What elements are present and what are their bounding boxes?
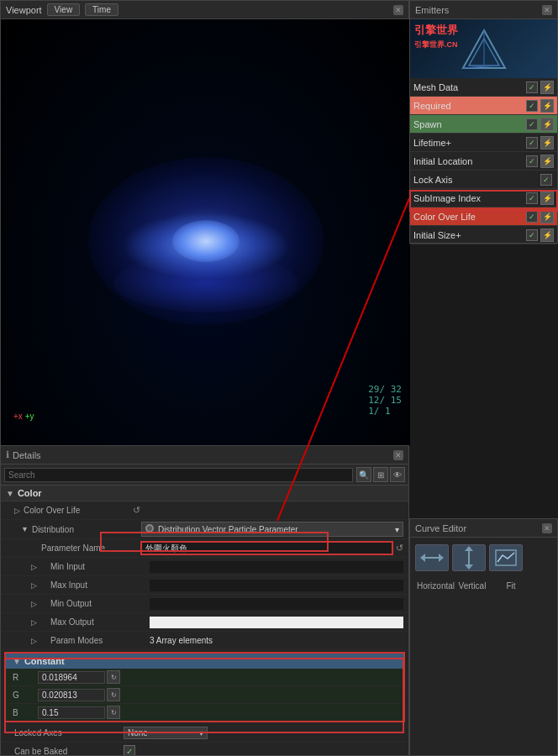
emitter-check-color-over-life[interactable]: ✓ <box>526 211 538 223</box>
color-section-arrow: ▼ <box>6 489 14 498</box>
emitter-icon-initial-location[interactable]: ⚡ <box>540 155 554 168</box>
emitter-row-initial-location[interactable]: Initial Location ✓ ⚡ <box>410 152 557 171</box>
flame-canvas <box>1 19 410 446</box>
emitter-check-required[interactable]: ✓ <box>526 100 538 112</box>
viewport-titlebar: Viewport View Time ✕ <box>1 1 408 19</box>
filter-icon[interactable]: 👁 <box>390 467 405 482</box>
b-input[interactable] <box>38 706 105 719</box>
emitter-row-lifetime[interactable]: Lifetime+ ✓ ⚡ <box>410 134 557 152</box>
emitter-icon-mesh-data[interactable]: ⚡ <box>540 81 554 94</box>
min-output-label: Min Output <box>40 599 150 608</box>
distribution-dropdown[interactable]: Distribution Vector Particle Parameter ▾ <box>141 522 403 537</box>
distribution-value: Distribution Vector Particle Parameter <box>158 525 395 534</box>
details-panel: ℹ Details ✕ 🔍 ⊞ 👁 ▼ Color ▷ Color Over L… <box>0 445 409 756</box>
can-be-baked-label: Can be Baked <box>14 747 124 756</box>
emitter-check-spawn[interactable]: ✓ <box>526 118 538 130</box>
fit-button[interactable] <box>489 544 523 571</box>
viewport-panel: Viewport View Time ✕ 29/ 32 12/ 15 1/ 1 … <box>0 0 409 445</box>
max-input-arrow[interactable]: ▷ <box>31 581 37 590</box>
color-over-life-reset-icon[interactable]: ↺ <box>133 505 140 516</box>
distribution-arrow[interactable]: ▼ <box>21 525 29 533</box>
param-modes-label: Param Modes <box>40 636 150 645</box>
emitter-label-color-over-life: Color Over Life <box>413 212 526 222</box>
param-modes-row: ▷ Param Modes 3 Array elements <box>1 632 408 650</box>
locked-axes-value: None <box>128 728 148 738</box>
min-input-color-bar[interactable] <box>150 561 403 573</box>
constant-section-header[interactable]: ▼ Constant <box>6 654 403 669</box>
viewport-content: 29/ 32 12/ 15 1/ 1 +x +y <box>1 19 410 446</box>
emitter-check-initial-location[interactable]: ✓ <box>526 155 538 167</box>
emitters-close-icon[interactable]: ✕ <box>542 5 552 15</box>
max-output-color-bar[interactable] <box>150 617 403 628</box>
emitter-icon-required[interactable]: ⚡ <box>540 99 554 113</box>
emitter-icon-color-over-life[interactable]: ⚡ <box>540 210 554 223</box>
emitter-label-lifetime: Lifetime+ <box>413 138 526 148</box>
locked-axes-dropdown[interactable]: None ▾ <box>124 727 208 739</box>
param-name-input-group: ↺ <box>140 541 403 555</box>
b-row: B ↻ <box>6 704 403 721</box>
min-input-arrow[interactable]: ▷ <box>31 563 37 571</box>
details-close-icon[interactable]: ✕ <box>393 450 403 460</box>
min-input-label: Min Input <box>40 562 150 571</box>
r-spin-icon[interactable]: ↻ <box>107 670 120 684</box>
can-be-baked-checkbox[interactable]: ✓ <box>124 745 135 756</box>
grid-view-icon[interactable]: ⊞ <box>373 467 388 482</box>
g-label: G <box>13 690 38 700</box>
emitter-icon-initial-size[interactable]: ⚡ <box>540 228 554 242</box>
emitter-check-lifetime[interactable]: ✓ <box>526 137 538 149</box>
color-section-header[interactable]: ▼ Color <box>1 486 408 501</box>
color-over-life-arrow[interactable]: ▷ <box>14 507 20 515</box>
vertical-button[interactable] <box>452 544 486 571</box>
emitter-row-spawn[interactable]: Spawn ✓ ⚡ <box>410 115 557 134</box>
min-output-arrow[interactable]: ▷ <box>31 600 37 608</box>
r-label: R <box>13 673 38 682</box>
g-spin-icon[interactable]: ↻ <box>107 688 120 701</box>
b-label: B <box>13 708 38 717</box>
time-button[interactable]: Time <box>85 3 118 16</box>
emitter-icon-lifetime[interactable]: ⚡ <box>540 136 554 150</box>
curve-titlebar: Curve Editor ✕ <box>410 519 557 538</box>
curve-editor-close-icon[interactable]: ✕ <box>542 523 552 533</box>
emitter-icon-subimage[interactable]: ⚡ <box>540 192 554 205</box>
emitter-label-subimage: SubImage Index <box>413 193 526 203</box>
logo-area: 引擎世界 引擎世界.CN <box>410 19 557 78</box>
view-button[interactable]: View <box>47 3 81 16</box>
details-title: Details <box>13 450 41 460</box>
max-output-arrow[interactable]: ▷ <box>31 618 37 627</box>
color-over-life-row: ▷ Color Over Life ↺ <box>1 501 408 520</box>
svg-marker-5 <box>439 554 444 562</box>
search-input[interactable] <box>4 468 353 482</box>
search-icon[interactable]: 🔍 <box>356 467 371 482</box>
vp-coords: 29/ 32 12/ 15 1/ 1 <box>368 384 402 417</box>
emitter-row-lock-axis[interactable]: Lock Axis ✓ <box>410 171 557 189</box>
max-input-color-bar[interactable] <box>150 580 403 591</box>
emitter-check-initial-size[interactable]: ✓ <box>526 229 538 241</box>
min-output-row: ▷ Min Output <box>1 595 408 613</box>
fit-label: Fit <box>494 581 528 591</box>
emitter-row-mesh-data[interactable]: Mesh Data ✓ ⚡ <box>410 78 557 97</box>
emitter-check-lock-axis[interactable]: ✓ <box>540 174 552 186</box>
distribution-label: Distribution <box>32 525 141 534</box>
param-modes-arrow[interactable]: ▷ <box>31 637 37 645</box>
b-spin-icon[interactable]: ↻ <box>107 706 120 719</box>
emitter-check-subimage[interactable]: ✓ <box>526 192 538 204</box>
min-input-row: ▷ Min Input <box>1 558 408 576</box>
emitter-icon-spawn[interactable]: ⚡ <box>540 118 554 131</box>
min-output-color-bar[interactable] <box>150 598 403 610</box>
emitters-titlebar: Emitters ✕ <box>410 1 557 19</box>
viewport-close-icon[interactable]: ✕ <box>393 5 403 15</box>
emitter-row-required[interactable]: Required ✓ ⚡ <box>410 97 557 115</box>
emitter-label-initial-size: Initial Size+ <box>413 230 526 240</box>
emitter-row-initial-size[interactable]: Initial Size+ ✓ ⚡ <box>410 226 557 244</box>
horizontal-button[interactable] <box>415 544 449 571</box>
color-over-life-label: Color Over Life <box>24 506 133 515</box>
emitter-check-mesh-data[interactable]: ✓ <box>526 81 538 93</box>
axis-y: +y <box>25 412 34 421</box>
emitter-row-subimage[interactable]: SubImage Index ✓ ⚡ <box>410 189 557 207</box>
g-input[interactable] <box>38 689 105 701</box>
emitter-row-color-over-life[interactable]: Color Over Life ✓ ⚡ <box>410 207 557 226</box>
curve-editor: Curve Editor ✕ Horizontal Vertic <box>409 518 558 756</box>
r-input[interactable] <box>38 671 105 684</box>
param-name-field[interactable] <box>140 541 393 555</box>
param-name-reset-icon[interactable]: ↺ <box>396 543 403 554</box>
